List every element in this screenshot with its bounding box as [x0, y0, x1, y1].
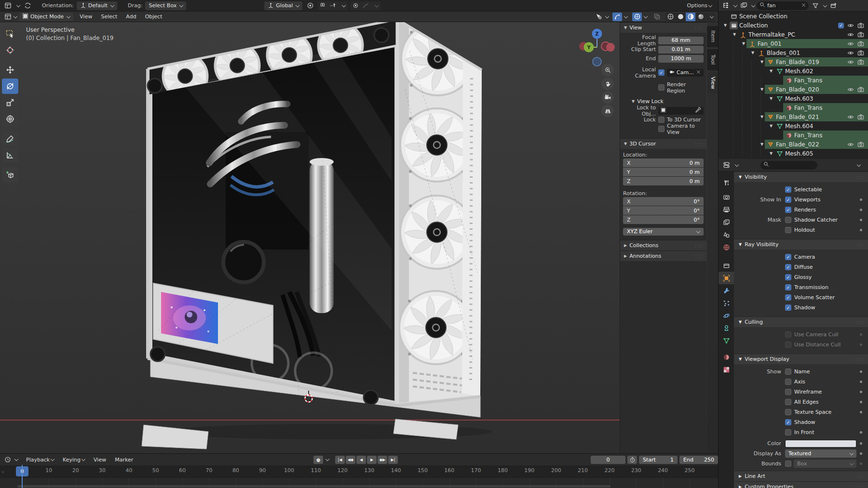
gizmos-toggle-icon[interactable] [612, 13, 622, 21]
outliner-item-label[interactable]: Fan_Trans [794, 132, 822, 139]
properties-tab-material[interactable] [719, 351, 734, 363]
orientation-dropdown[interactable]: Default [77, 1, 117, 10]
viewports-checkbox[interactable]: ✓ [785, 197, 791, 203]
frame-start-field[interactable]: Start1 [639, 456, 678, 464]
animate-dot[interactable] [860, 381, 862, 383]
renders-checkbox[interactable]: ✓ [785, 207, 791, 213]
collections-panel-header[interactable]: ▶Collections:::: [620, 240, 706, 251]
outliner-item-label[interactable]: Mesh.602 [785, 68, 813, 75]
annotations-panel-header[interactable]: ▶Annotations:::: [620, 251, 706, 261]
timeline-keying-menu[interactable]: Keying [58, 455, 89, 464]
bounds-dropdown[interactable]: Box [794, 460, 856, 468]
animate-dot[interactable] [860, 431, 862, 434]
camera-icon[interactable] [857, 40, 864, 47]
shading-material-icon[interactable] [686, 13, 695, 21]
pan-hand-button[interactable] [601, 78, 614, 90]
properties-tab-constraints[interactable] [719, 322, 734, 334]
outliner-row[interactable]: ▼Mesh.603 [719, 94, 868, 103]
navigation-gizmo[interactable]: Y Z [577, 24, 617, 68]
camera-icon[interactable] [857, 114, 864, 120]
shadow-checkbox[interactable]: ✓ [785, 419, 791, 425]
animate-dot[interactable] [860, 219, 862, 221]
lock-checkbox-0[interactable] [658, 117, 665, 123]
stopwatch-icon[interactable] [627, 456, 637, 464]
camera-checkbox[interactable]: ✓ [785, 254, 791, 260]
outliner-row[interactable]: Fan_Trans [719, 131, 868, 140]
outliner-item-label[interactable]: Fan_001 [758, 40, 782, 47]
tool-transform-button[interactable] [2, 111, 18, 127]
frame-end-field[interactable]: End250 [679, 456, 718, 464]
eyedropper-icon[interactable] [695, 107, 701, 115]
outliner-item-label[interactable]: Fan_Blade_019 [776, 59, 819, 66]
editor-type-icon[interactable] [3, 1, 13, 10]
holdout-checkbox[interactable] [785, 227, 791, 233]
properties-options-chevron[interactable] [857, 162, 861, 166]
outliner-item-label[interactable]: Mesh.603 [785, 95, 813, 102]
exclude-checkbox[interactable]: ✓ [838, 23, 844, 28]
viewport-object-menu[interactable]: Object [141, 12, 167, 22]
animate-dot[interactable] [860, 401, 862, 403]
properties-tab-render[interactable] [719, 191, 734, 203]
eye-icon[interactable] [847, 50, 854, 56]
animate-dot[interactable] [860, 229, 862, 231]
properties-tab-physics[interactable] [719, 309, 734, 322]
animate-dot[interactable] [860, 343, 862, 346]
new-collection-button[interactable] [828, 1, 838, 10]
texture-space-checkbox[interactable] [785, 409, 791, 415]
animate-dot[interactable] [860, 391, 862, 393]
glossy-checkbox[interactable]: ✓ [785, 274, 791, 280]
transmission-checkbox[interactable]: ✓ [785, 284, 791, 290]
expand-arrow[interactable]: ▼ [741, 41, 746, 46]
outliner-row[interactable]: ▼Fan_001 [719, 39, 868, 48]
overlays-toggle-icon[interactable] [632, 13, 642, 21]
xray-toggle-icon[interactable] [652, 13, 662, 21]
timeline-ruler[interactable]: 1020304050607080901001101201301401501601… [0, 465, 719, 477]
timeline-scrollbar[interactable] [17, 485, 610, 488]
axis-x-ball-2[interactable] [606, 43, 615, 52]
visibility-section-header[interactable]: ▼Visibility:::: [734, 171, 868, 182]
expand-arrow[interactable]: ▼ [768, 69, 774, 73]
next-keyframe-button[interactable]: ◆▶ [378, 456, 387, 464]
view-panel-header[interactable]: ▼View:::: [620, 22, 706, 33]
tool-move-button[interactable] [2, 62, 18, 78]
properties-tab-collection[interactable] [719, 259, 734, 272]
local-camera-checkbox[interactable]: ✓ [658, 69, 665, 76]
proportional-editing-button[interactable] [351, 1, 360, 10]
shading-wireframe-icon[interactable] [665, 13, 675, 21]
outliner-item-label[interactable]: Mesh.605 [785, 150, 813, 157]
transform-orientation-dropdown[interactable]: Global [264, 1, 302, 10]
current-frame-field[interactable]: 0 [591, 456, 625, 464]
3d-viewport[interactable]: User Perspective (0) Collection | Fan_Bl… [0, 22, 719, 453]
properties-tab-scene[interactable] [719, 228, 734, 241]
camera-icon[interactable] [857, 31, 864, 38]
perspective-toggle-button[interactable] [601, 105, 614, 117]
snap-chevron[interactable] [338, 1, 348, 10]
play-button[interactable]: ▶ [367, 456, 377, 464]
drag-dropdown[interactable]: Select Box [145, 1, 186, 10]
n-panel-tab-item[interactable]: Item [707, 26, 719, 47]
outliner-item-label[interactable]: Thermaltake_PC [748, 31, 795, 38]
cursor-rotation-z-field[interactable]: Z0° [623, 215, 704, 224]
object-color-swatch[interactable] [785, 440, 856, 448]
timeline-playback-menu[interactable]: Playback [22, 455, 58, 464]
eye-icon[interactable] [847, 22, 854, 29]
n-panel-tab-view[interactable]: View [707, 72, 719, 93]
pivot-point-button[interactable] [305, 1, 315, 10]
channel-expand-arrow[interactable]: ‹ [2, 469, 4, 475]
jump-to-start-button[interactable]: |◀ [335, 456, 345, 464]
proportional-falloff-dropdown[interactable] [361, 1, 370, 10]
outliner-row[interactable]: ▼Fan_Blade_022 [719, 140, 868, 149]
display-as-dropdown[interactable]: Textured [785, 449, 856, 458]
playhead-line[interactable] [22, 465, 23, 488]
viewport-select-menu[interactable]: Select [96, 12, 122, 22]
snap-toggle-button[interactable] [318, 1, 327, 10]
n-panel-tab-tool[interactable]: Tool [707, 49, 719, 70]
shading-chevron[interactable] [706, 13, 716, 21]
expand-arrow[interactable]: ▼ [732, 32, 737, 37]
properties-tab-view-layer[interactable] [719, 216, 734, 228]
expand-arrow[interactable]: ▼ [759, 87, 765, 92]
prev-keyframe-button[interactable]: ◀◆ [346, 456, 355, 464]
rotation-mode-dropdown[interactable]: XYZ Euler [623, 228, 704, 236]
expand-arrow[interactable]: ▼ [759, 60, 765, 64]
eye-icon[interactable] [847, 31, 854, 38]
